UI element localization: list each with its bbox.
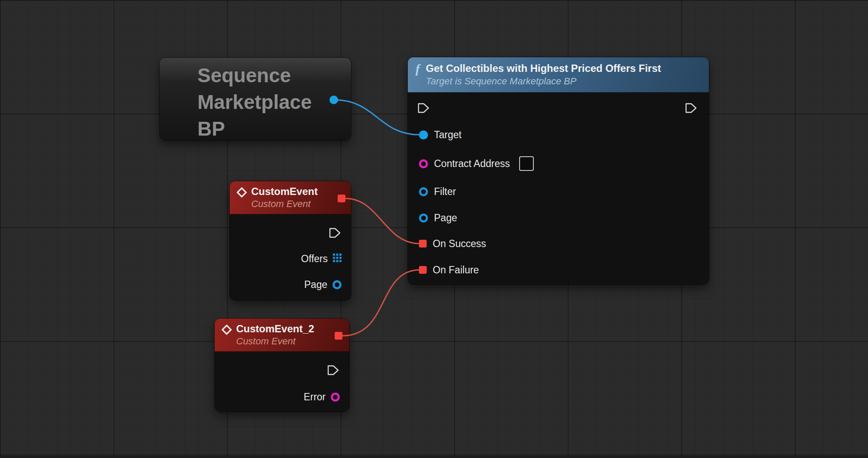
node-subtitle: Custom Event <box>251 197 318 210</box>
node-subtitle: Custom Event <box>236 334 314 348</box>
pin-row-offers: Offers <box>301 251 342 266</box>
pin-row-on-failure: On Failure <box>419 262 479 278</box>
function-node-header[interactable]: f Get Collectibles with Highest Priced O… <box>408 57 709 93</box>
exec-output-pin[interactable] <box>329 227 342 239</box>
node-title: Get Collectibles with Highest Priced Off… <box>426 62 661 74</box>
pin-row-page: Page <box>304 277 342 292</box>
header-text: CustomEvent Custom Event <box>251 186 318 210</box>
pin-label: Contract Address <box>434 158 510 170</box>
event-delegate-pin[interactable] <box>338 195 345 202</box>
node-subtitle: Target is Sequence Marketplace BP <box>426 74 661 88</box>
pin-label: Offers <box>301 253 328 265</box>
header-text: Get Collectibles with Highest Priced Off… <box>426 62 661 88</box>
pin-label: Page <box>434 212 457 224</box>
custom-event-icon <box>222 325 232 337</box>
exec-input-pin[interactable] <box>417 102 430 114</box>
pin-label: Filter <box>434 186 456 198</box>
page-output-pin[interactable] <box>332 280 342 289</box>
pin-row-on-success: On Success <box>419 236 486 251</box>
node-custom-event[interactable]: CustomEvent Custom Event Offers <box>230 181 351 300</box>
function-icon: f <box>416 62 420 75</box>
pin-row-error: Error <box>304 389 340 405</box>
event-node-header[interactable]: CustomEvent_2 Custom Event <box>215 319 349 352</box>
event-delegate-pin[interactable] <box>335 332 342 340</box>
panel-bottom-edge <box>0 456 868 458</box>
exec-output-pin[interactable] <box>685 102 698 114</box>
node-sequence-marketplace-bp[interactable]: Sequence Marketplace BP <box>160 58 351 140</box>
on-failure-delegate-pin[interactable] <box>419 266 427 274</box>
event-node-header[interactable]: CustomEvent Custom Event <box>230 181 351 214</box>
array-pin-icon <box>333 254 342 262</box>
node-get-collectibles[interactable]: f Get Collectibles with Highest Priced O… <box>408 57 709 285</box>
pin-row-target: Target <box>419 127 462 142</box>
blueprint-graph[interactable]: Sequence Marketplace BP f Get Collectibl… <box>0 0 868 458</box>
custom-event-icon <box>237 187 247 199</box>
exec-pin-icon <box>685 102 698 114</box>
exec-pin-icon <box>329 227 342 239</box>
exec-pin-icon <box>327 364 340 376</box>
pin-row-filter: Filter <box>419 184 456 199</box>
contract-address-input[interactable] <box>519 156 534 171</box>
pin-row-page: Page <box>419 210 457 226</box>
pin-label: Page <box>304 279 327 291</box>
target-pin[interactable] <box>419 130 428 139</box>
offers-array-pin[interactable] <box>333 254 342 264</box>
exec-output-pin[interactable] <box>327 364 340 376</box>
pin-label: On Success <box>433 238 486 250</box>
contract-address-pin[interactable] <box>419 159 428 168</box>
error-output-pin[interactable] <box>331 393 340 402</box>
object-output-pin[interactable] <box>329 96 338 104</box>
node-custom-event-2[interactable]: CustomEvent_2 Custom Event Error <box>215 319 349 412</box>
filter-pin[interactable] <box>419 187 428 196</box>
pin-label: Error <box>304 391 326 403</box>
node-title: Sequence Marketplace BP <box>160 58 332 142</box>
on-success-delegate-pin[interactable] <box>419 240 427 248</box>
node-title: CustomEvent <box>251 186 318 197</box>
exec-pin-icon <box>417 102 430 114</box>
header-text: CustomEvent_2 Custom Event <box>236 323 314 348</box>
pin-label: Target <box>434 129 462 141</box>
pin-row-contract-address: Contract Address <box>419 156 534 171</box>
node-title: CustomEvent_2 <box>236 323 314 334</box>
pin-label: On Failure <box>433 264 479 276</box>
page-pin[interactable] <box>419 214 428 223</box>
